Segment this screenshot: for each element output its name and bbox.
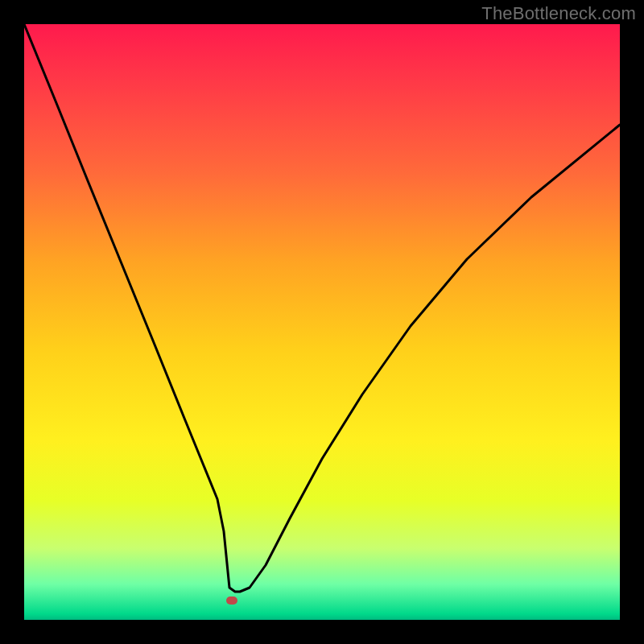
bottleneck-curve-path xyxy=(24,24,620,592)
watermark-label: TheBottleneck.com xyxy=(481,3,636,24)
optimum-marker xyxy=(226,597,237,605)
plot-area xyxy=(24,24,620,620)
outer-frame: TheBottleneck.com xyxy=(0,0,644,644)
chart-canvas xyxy=(24,24,620,620)
